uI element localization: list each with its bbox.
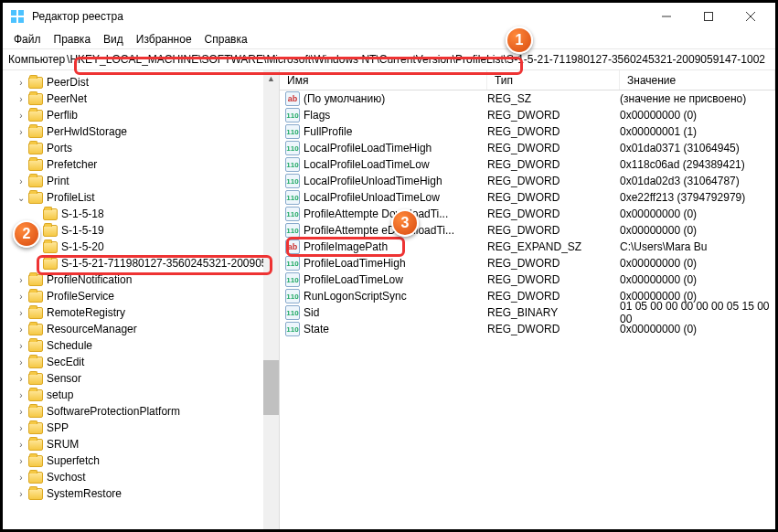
value-row[interactable]: 110SidREG_BINARY01 05 00 00 00 00 00 05 … bbox=[280, 304, 775, 321]
col-value[interactable]: Значение bbox=[620, 70, 775, 90]
chevron-right-icon[interactable]: › bbox=[16, 126, 27, 137]
annotation-1: 1 bbox=[506, 27, 533, 54]
tree-item[interactable]: ›SPP bbox=[3, 420, 279, 436]
folder-icon bbox=[28, 389, 43, 401]
col-type[interactable]: Тип bbox=[487, 70, 620, 90]
scroll-up-icon[interactable]: ▲ bbox=[263, 70, 279, 86]
tree-item[interactable]: ›Sensor bbox=[3, 370, 279, 387]
tree-item[interactable]: ›SecEdit bbox=[3, 354, 279, 370]
close-button[interactable] bbox=[730, 3, 772, 30]
chevron-right-icon[interactable]: › bbox=[16, 472, 27, 483]
address-bar[interactable]: Компьютер \HKEY_LOCAL_MACHINE\SOFTWARE\M… bbox=[3, 48, 775, 70]
tree-item[interactable]: ›Schedule bbox=[3, 337, 279, 354]
value-row[interactable]: 110StateREG_DWORD0x00000000 (0) bbox=[280, 321, 775, 337]
tree-item-label: S-1-5-18 bbox=[61, 207, 104, 220]
menu-file[interactable]: Файл bbox=[8, 31, 47, 48]
chevron-right-icon[interactable]: › bbox=[16, 291, 27, 302]
chevron-right-icon[interactable]: › bbox=[16, 324, 27, 335]
tree-item[interactable]: ›RemoteRegistry bbox=[3, 304, 279, 321]
tree-item[interactable]: ›Print bbox=[3, 173, 279, 189]
value-name: LocalProfileUnloadTimeHigh bbox=[304, 175, 442, 187]
value-row[interactable]: 110ProfileLoadTimeHighREG_DWORD0x0000000… bbox=[280, 255, 775, 271]
value-row[interactable]: 110LocalProfileLoadTimeHighREG_DWORD0x01… bbox=[280, 140, 775, 156]
folder-icon bbox=[28, 291, 43, 303]
scroll-thumb[interactable] bbox=[263, 360, 279, 415]
chevron-right-icon[interactable]: › bbox=[16, 274, 27, 285]
col-name[interactable]: Имя bbox=[280, 70, 487, 90]
value-row[interactable]: 110LocalProfileUnloadTimeHighREG_DWORD0x… bbox=[280, 173, 775, 189]
binary-value-icon: 110 bbox=[285, 305, 300, 320]
chevron-none bbox=[30, 258, 41, 269]
tree-item-label: Print bbox=[47, 175, 69, 187]
value-data: 0x01da02d3 (31064787) bbox=[620, 175, 775, 187]
chevron-right-icon[interactable]: › bbox=[16, 340, 27, 351]
tree-item[interactable]: S-1-5-18 bbox=[3, 206, 279, 222]
tree-item[interactable]: ›PerHwIdStorage bbox=[3, 123, 279, 140]
tree-item[interactable]: Ports bbox=[3, 140, 279, 156]
chevron-right-icon[interactable]: › bbox=[16, 439, 27, 450]
chevron-right-icon[interactable]: › bbox=[16, 176, 27, 186]
chevron-right-icon[interactable]: › bbox=[16, 406, 27, 417]
value-row[interactable]: 110LocalProfileLoadTimeLowREG_DWORD0x118… bbox=[280, 156, 775, 173]
tree-item[interactable]: ›ProfileService bbox=[3, 288, 279, 304]
value-row[interactable]: 110ProfileAttempte DownloadTi...REG_DWOR… bbox=[280, 206, 775, 222]
tree-item[interactable]: ›PeerDist bbox=[3, 74, 279, 90]
tree-item[interactable]: ›Svchost bbox=[3, 469, 279, 485]
tree-item[interactable]: ›Superfetch bbox=[3, 452, 279, 469]
chevron-down-icon[interactable]: ⌄ bbox=[16, 192, 27, 203]
chevron-right-icon[interactable]: › bbox=[16, 422, 27, 433]
tree-item[interactable]: S-1-5-21-711980127-3560245321-2009059 bbox=[3, 255, 279, 271]
chevron-right-icon[interactable]: › bbox=[16, 389, 27, 400]
value-name: LocalProfileLoadTimeHigh bbox=[304, 142, 432, 154]
tree-pane[interactable]: ›PeerDist›PeerNet›Perflib›PerHwIdStorage… bbox=[3, 70, 280, 529]
chevron-right-icon[interactable]: › bbox=[16, 77, 27, 88]
tree-item[interactable]: ›SystemRestore bbox=[3, 485, 279, 502]
menu-help[interactable]: Справка bbox=[199, 31, 253, 48]
tree-item[interactable]: ›SRUM bbox=[3, 436, 279, 452]
value-row[interactable]: 110FlagsREG_DWORD0x00000000 (0) bbox=[280, 107, 775, 123]
menu-edit[interactable]: Правка bbox=[48, 31, 97, 48]
value-row[interactable]: ab(По умолчанию)REG_SZ(значение не присв… bbox=[280, 90, 775, 107]
chevron-right-icon[interactable]: › bbox=[16, 307, 27, 318]
value-row[interactable]: 110LocalProfileUnloadTimeLowREG_DWORD0xe… bbox=[280, 189, 775, 206]
tree-item[interactable]: ⌄ProfileList bbox=[3, 189, 279, 206]
chevron-right-icon[interactable]: › bbox=[16, 93, 27, 104]
tree-item[interactable]: ›Perflib bbox=[3, 107, 279, 123]
minimize-button[interactable] bbox=[645, 3, 687, 30]
value-data: 0x00000000 (0) bbox=[620, 257, 775, 270]
menu-view[interactable]: Вид bbox=[98, 31, 129, 48]
value-name: LocalProfileUnloadTimeLow bbox=[304, 191, 440, 204]
value-row[interactable]: 110FullProfileREG_DWORD0x00000001 (1) bbox=[280, 123, 775, 140]
value-type: REG_DWORD bbox=[487, 191, 620, 204]
folder-icon bbox=[28, 373, 43, 385]
tree-item[interactable]: ›ResourceManager bbox=[3, 321, 279, 337]
string-value-icon: ab bbox=[285, 91, 300, 106]
tree-item[interactable]: S-1-5-19 bbox=[3, 222, 279, 239]
value-name: ProfileLoadTimeHigh bbox=[304, 257, 406, 270]
address-prefix: Компьютер bbox=[8, 53, 65, 66]
tree-item[interactable]: ›SoftwareProtectionPlatform bbox=[3, 403, 279, 420]
value-name: ProfileAttempte DownloadTi... bbox=[304, 207, 448, 220]
chevron-right-icon[interactable]: › bbox=[16, 488, 27, 499]
tree-item[interactable]: Prefetcher bbox=[3, 156, 279, 173]
value-row[interactable]: 110ProfileLoadTimeLowREG_DWORD0x00000000… bbox=[280, 271, 775, 288]
tree-item[interactable]: S-1-5-20 bbox=[3, 239, 279, 255]
tree-item-label: Sensor bbox=[47, 372, 81, 385]
chevron-right-icon[interactable]: › bbox=[16, 373, 27, 384]
value-name: Flags bbox=[304, 109, 330, 122]
tree-scrollbar[interactable]: ▲ bbox=[263, 70, 279, 529]
value-row[interactable]: 110ProfileAttempte eDownloadTi...REG_DWO… bbox=[280, 222, 775, 239]
binary-value-icon: 110 bbox=[285, 223, 300, 238]
menu-favorites[interactable]: Избранное bbox=[131, 31, 197, 48]
tree-item[interactable]: ›PeerNet bbox=[3, 90, 279, 107]
tree-item[interactable]: ›ProfileNotification bbox=[3, 271, 279, 288]
address-main: \HKEY_LOCAL_MACHINE\SOFTWARE\Microsoft\W… bbox=[67, 53, 514, 66]
value-row[interactable]: abProfileImagePathREG_EXPAND_SZC:\Users\… bbox=[280, 239, 775, 255]
chevron-right-icon[interactable]: › bbox=[16, 356, 27, 367]
values-pane[interactable]: Имя Тип Значение ab(По умолчанию)REG_SZ(… bbox=[280, 70, 775, 529]
tree-item[interactable]: ›setup bbox=[3, 387, 279, 403]
maximize-button[interactable] bbox=[687, 3, 730, 30]
folder-icon bbox=[28, 472, 43, 484]
chevron-right-icon[interactable]: › bbox=[16, 455, 27, 466]
chevron-right-icon[interactable]: › bbox=[16, 110, 27, 121]
